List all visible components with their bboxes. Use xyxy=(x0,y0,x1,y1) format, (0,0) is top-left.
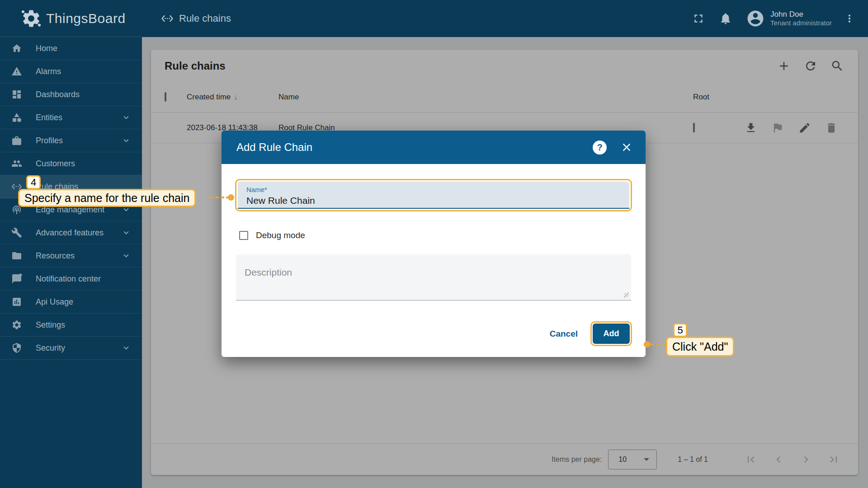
step-4-callout: Specify a name for the rule chain xyxy=(18,189,196,207)
sidebar-item-dashboards[interactable]: Dashboards xyxy=(0,83,142,106)
folder-icon xyxy=(11,250,22,261)
name-field-label: Name* xyxy=(246,186,629,193)
step-4-connector-dot xyxy=(228,194,234,201)
sidebar: ThingsBoard Home Alarms Dashboards Entit… xyxy=(0,0,142,488)
wrench-icon xyxy=(11,227,22,238)
page-title: Rule chains xyxy=(179,13,231,24)
sidebar-item-label: Dashboards xyxy=(36,90,80,99)
message-icon xyxy=(11,273,22,284)
user-name: John Doe xyxy=(770,9,832,19)
step-4-connector xyxy=(210,197,230,198)
add-button[interactable]: Add xyxy=(593,324,630,344)
sidebar-item-home[interactable]: Home xyxy=(0,37,142,60)
sidebar-item-label: Home xyxy=(36,44,57,53)
app-window: ThingsBoard Home Alarms Dashboards Entit… xyxy=(0,0,868,488)
sidebar-item-label: Alarms xyxy=(36,67,61,76)
sidebar-item-label: Api Usage xyxy=(36,297,73,307)
dialog-header: Add Rule Chain ? xyxy=(222,131,646,164)
dashboard-icon xyxy=(11,89,22,100)
step-5-connector xyxy=(650,343,666,345)
name-input[interactable] xyxy=(246,195,610,206)
debug-mode-row: Debug mode xyxy=(239,230,305,240)
debug-mode-checkbox[interactable] xyxy=(239,231,248,240)
thingsboard-logo-icon xyxy=(21,8,42,29)
user-avatar[interactable] xyxy=(746,9,765,28)
people-icon xyxy=(11,158,22,169)
sidebar-item-label: Advanced features xyxy=(36,228,104,238)
dialog-body: Name* Debug mode Cancel Add xyxy=(222,164,646,357)
debug-mode-label: Debug mode xyxy=(256,230,305,240)
logo: ThingsBoard xyxy=(0,0,142,37)
sidebar-item-advanced-features[interactable]: Advanced features xyxy=(0,221,142,244)
sidebar-item-customers[interactable]: Customers xyxy=(0,152,142,175)
sidebar-item-label: Notification center xyxy=(36,274,101,284)
sidebar-item-notification-center[interactable]: Notification center xyxy=(0,267,142,291)
gear-icon xyxy=(11,319,22,330)
close-icon[interactable] xyxy=(620,141,633,154)
brand-name: ThingsBoard xyxy=(46,11,126,26)
chevron-down-icon xyxy=(121,136,131,145)
fullscreen-icon[interactable] xyxy=(692,12,705,25)
shield-icon xyxy=(11,343,22,353)
user-role: Tenant administrator xyxy=(770,19,832,28)
sidebar-item-security[interactable]: Security xyxy=(0,337,142,360)
sidebar-item-label: Profiles xyxy=(36,136,63,145)
chart-icon xyxy=(11,296,22,307)
sidebar-item-label: Security xyxy=(36,343,65,353)
profiles-icon xyxy=(11,135,22,146)
topbar: Rule chains John Doe Tenant administrato… xyxy=(142,0,868,37)
resize-grip[interactable] xyxy=(624,293,629,298)
step-4-badge: 4 xyxy=(26,175,41,189)
dialog-footer: Cancel Add xyxy=(543,321,632,346)
home-icon xyxy=(11,43,22,54)
user-info: John Doe Tenant administrator xyxy=(770,9,832,28)
step-5-badge: 5 xyxy=(673,323,687,337)
chevron-down-icon xyxy=(121,228,131,238)
sidebar-item-alarms[interactable]: Alarms xyxy=(0,60,142,83)
help-icon[interactable]: ? xyxy=(593,141,607,155)
sidebar-item-label: Resources xyxy=(36,251,75,261)
cancel-button[interactable]: Cancel xyxy=(543,324,584,343)
name-field-highlight-ring: Name* xyxy=(235,179,632,211)
step-5-connector-dot xyxy=(644,341,650,347)
sidebar-item-entities[interactable]: Entities xyxy=(0,106,142,129)
name-field[interactable]: Name* xyxy=(238,182,629,209)
sidebar-item-profiles[interactable]: Profiles xyxy=(0,129,142,152)
description-textarea[interactable] xyxy=(236,254,631,300)
sidebar-item-api-usage[interactable]: Api Usage xyxy=(0,291,142,314)
sidebar-item-settings[interactable]: Settings xyxy=(0,314,142,337)
dialog-title: Add Rule Chain xyxy=(236,141,312,154)
chevron-down-icon xyxy=(121,251,131,261)
sidebar-item-resources[interactable]: Resources xyxy=(0,244,142,267)
add-rule-chain-dialog: Add Rule Chain ? Name* Debug mode Cancel xyxy=(222,131,646,357)
notifications-bell-icon[interactable] xyxy=(719,12,732,25)
warning-icon xyxy=(11,66,22,77)
description-field xyxy=(236,254,631,300)
more-vert-icon[interactable] xyxy=(844,13,855,24)
entities-icon xyxy=(11,112,22,123)
add-button-highlight-ring: Add xyxy=(590,321,632,346)
rule-chain-icon xyxy=(161,12,174,25)
chevron-down-icon xyxy=(121,113,131,122)
sidebar-item-label: Customers xyxy=(36,159,75,169)
sidebar-item-label: Entities xyxy=(36,113,62,122)
step-5-callout: Click "Add" xyxy=(666,337,734,357)
chevron-down-icon xyxy=(121,343,131,353)
sidebar-item-label: Settings xyxy=(36,320,65,330)
